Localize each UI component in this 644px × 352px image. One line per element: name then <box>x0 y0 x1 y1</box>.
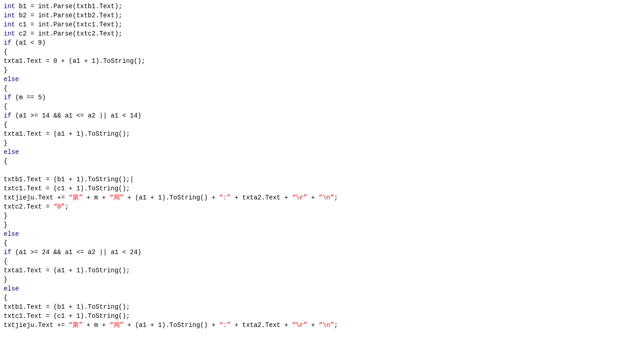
code-line: txtjieju.Text += “第” + m + “局” + (a1 + 1… <box>4 321 640 330</box>
code-line: { <box>4 120 640 129</box>
code-line: if (a1 >= 24 && a1 <= a2 || a1 < 24) <box>4 248 640 257</box>
code-line: int c2 = int.Parse(txtc2.Text); <box>4 29 640 38</box>
code-line: if (a1 >= 14 && a1 <= a2 || a1 < 14) <box>4 111 640 120</box>
code-line: txtc1.Text = (c1 + 1).ToString(); <box>4 311 640 321</box>
code-line: txtb1.Text = (b1 + 1).ToString();| <box>4 175 640 184</box>
code-line: txta1.Text = (a1 + 1).ToString(); <box>4 129 640 138</box>
code-line: { <box>4 47 640 56</box>
code-line: { <box>4 239 640 248</box>
code-line: txta1.Text = (a1 + 1).ToString(); <box>4 266 640 275</box>
code-line: txtc1.Text = (c1 + 1).ToString(); <box>4 184 640 193</box>
code-editor: int b1 = int.Parse(txtb1.Text);int b2 = … <box>0 0 644 352</box>
code-line: else <box>4 284 640 293</box>
code-line: { <box>4 102 640 111</box>
code-line: if (m == 5) <box>4 93 640 102</box>
code-line: } <box>4 66 640 75</box>
code-line: else <box>4 148 640 157</box>
code-line: } <box>4 220 640 230</box>
code-line: txtc2.Text = “0”; <box>4 202 640 211</box>
code-line: else <box>4 230 640 239</box>
code-line: if (a1 < 9) <box>4 38 640 47</box>
code-line: txtjieju.Text += “第” + m + “局” + (a1 + 1… <box>4 193 640 202</box>
code-line: int b2 = int.Parse(txtb2.Text); <box>4 11 640 20</box>
code-line: } <box>4 138 640 148</box>
code-line: { <box>4 293 640 302</box>
code-line: txta1.Text = 0 + (a1 + 1).ToString(); <box>4 56 640 66</box>
code-line: } <box>4 275 640 284</box>
code-line: { <box>4 84 640 93</box>
code-line: int c1 = int.Parse(txtc1.Text); <box>4 20 640 29</box>
code-line: int b1 = int.Parse(txtb1.Text); <box>4 2 640 11</box>
code-line: { <box>4 157 640 166</box>
code-line: else <box>4 75 640 84</box>
code-line <box>4 166 640 175</box>
code-line: } <box>4 211 640 220</box>
code-line: txtb1.Text = (b1 + 1).ToString(); <box>4 302 640 311</box>
code-line: { <box>4 257 640 266</box>
